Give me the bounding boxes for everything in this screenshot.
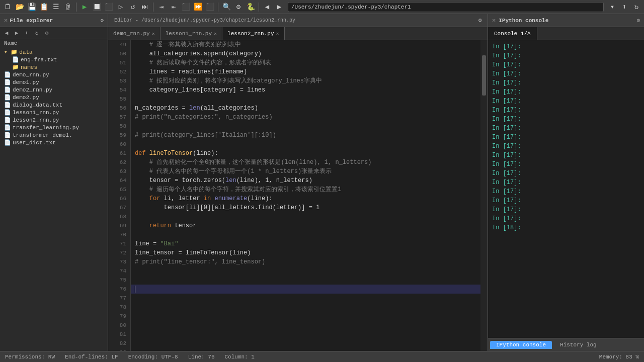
tree-item-demo2[interactable]: 📄 demo2.py <box>0 94 108 101</box>
stop-btn[interactable]: ⬛ <box>103 2 114 13</box>
line-num-63: 63 <box>108 167 130 176</box>
footer-tab-history[interactable]: History log <box>554 341 603 349</box>
back-btn[interactable]: ◀ <box>262 2 273 13</box>
code-line-62: # 首先初始化一个全0的张量，这个张量的形状是(len(line), 1, n_… <box>131 158 480 167</box>
tree-label-demo2: demo2.py <box>13 95 39 101</box>
line-num-58: 58 <box>108 122 130 131</box>
console-panel: ✕ IPython console ⚙ Console 1/A In [17]:… <box>488 14 644 351</box>
path-refresh-btn[interactable]: ↻ <box>631 2 642 13</box>
editor-settings-btn[interactable]: ⚙ <box>474 15 486 26</box>
console-title: IPython console <box>499 18 548 24</box>
sep2 <box>153 3 153 12</box>
tab-lesson2-rnn[interactable]: lesson2_rnn.py ✕ <box>222 27 284 40</box>
sep1 <box>76 3 76 12</box>
tree-item-transfer-learning[interactable]: 📄 transfer_learning.py <box>0 124 108 131</box>
code-lines[interactable]: # 逐一将其装入所有类别的列表中 all_categories.append(c… <box>131 40 480 351</box>
tree-item-demo1[interactable]: 📄 demo1.py <box>0 78 108 86</box>
stop2-btn[interactable]: ⬛ <box>204 2 215 13</box>
tab-lesson2-rnn-close[interactable]: ✕ <box>276 31 279 37</box>
new-file-btn[interactable]: 🗒 <box>2 2 13 13</box>
code-area[interactable]: 49 50 51 52 53 54 55 56 57 58 59 60 61 6… <box>108 40 488 351</box>
console-header: ✕ IPython console ⚙ <box>488 14 644 27</box>
line-num-51: 51 <box>108 58 130 67</box>
zoom-btn[interactable]: 🔍 <box>221 2 232 13</box>
path-dropdown-btn[interactable]: ▾ <box>607 2 618 13</box>
scroll-thumb[interactable] <box>482 55 486 96</box>
tree-label-demo2-rnn: demo2_rnn.py <box>13 87 52 93</box>
line-num-74: 74 <box>108 266 130 276</box>
file-transformer-icon: 📄 <box>4 132 11 138</box>
end-btn[interactable]: ⏭ <box>139 2 150 13</box>
explorer-forward-btn[interactable]: ▶ <box>12 29 21 38</box>
unindent-btn[interactable]: ⇤ <box>168 2 179 13</box>
forward-btn[interactable]: ▶ <box>274 2 285 13</box>
comment-btn[interactable]: ⬛ <box>180 2 191 13</box>
save-all-btn[interactable]: 📋 <box>38 2 49 13</box>
tree-item-transformer-demo1[interactable]: 📄 transformer_demo1. <box>0 131 108 139</box>
file-explorer-header: ✕ File explorer ⚙ <box>0 14 108 27</box>
path-up-btn[interactable]: ⬆ <box>619 2 630 13</box>
console-settings-btn[interactable]: ⚙ <box>636 17 640 24</box>
line-num-76: 76 <box>108 285 130 294</box>
prompt-9: In [17]: <box>492 115 640 124</box>
console-close-btn[interactable]: ✕ <box>492 17 496 24</box>
tree-item-lesson1-rnn[interactable]: 📄 lesson1_rnn.py <box>0 109 108 116</box>
code-line-79 <box>131 312 480 321</box>
line-num-60: 60 <box>108 140 130 149</box>
sep3 <box>218 3 218 12</box>
tab-lesson1-rnn[interactable]: lesson1_rnn.py ✕ <box>160 27 222 40</box>
run-btn[interactable]: ▶ <box>79 2 90 13</box>
tree-item-dialog-data[interactable]: 📄 dialog_data.txt <box>0 101 108 109</box>
debug-btn[interactable]: 🔲 <box>91 2 102 13</box>
tab-lesson1-rnn-close[interactable]: ✕ <box>214 31 217 37</box>
tree-item-data[interactable]: ▾ 📁 data <box>0 48 108 56</box>
console-tab-1a[interactable]: Console 1/A <box>488 27 537 40</box>
console-tabs-bar: Console 1/A <box>488 27 644 40</box>
prompt-10: In [17]: <box>492 124 640 133</box>
file-eng-fra-icon: 📄 <box>12 56 19 63</box>
explorer-options-btn[interactable]: ⚙ <box>100 17 104 24</box>
tab-lesson2-rnn-label: lesson2_rnn.py <box>227 31 274 37</box>
tree-item-lesson2-rnn[interactable]: 📄 lesson2_rnn.py <box>0 116 108 124</box>
line-num-53: 53 <box>108 76 130 85</box>
save-btn[interactable]: 💾 <box>26 2 37 13</box>
line-num-80: 80 <box>108 321 130 330</box>
indent-btn[interactable]: ⇥ <box>156 2 167 13</box>
at-btn[interactable]: @ <box>62 2 73 13</box>
code-line-73: # print("line_tensor:", line_tensor) <box>131 257 480 266</box>
run-all-btn[interactable]: ⏩ <box>192 2 203 13</box>
editor-right-scrollbar[interactable] <box>480 40 488 351</box>
tree-item-demo-rnn[interactable]: 📄 demo_rnn.py <box>0 71 108 78</box>
explorer-back-btn[interactable]: ◀ <box>2 29 11 38</box>
line-num-77: 77 <box>108 294 130 303</box>
tree-item-user-dict[interactable]: 📄 user_dict.txt <box>0 139 108 146</box>
editor-tabs: demo_rnn.py ✕ lesson1_rnn.py ✕ lesson2_r… <box>108 27 488 40</box>
tab-demo-rnn-close[interactable]: ✕ <box>152 31 155 37</box>
tree-item-demo2-rnn[interactable]: 📄 demo2_rnn.py <box>0 86 108 94</box>
line-num-64: 64 <box>108 176 130 185</box>
prompt-4: In [17]: <box>492 69 640 78</box>
tree-item-eng-fra[interactable]: 📄 eng-fra.txt <box>0 56 108 63</box>
footer-tab-ipython[interactable]: IPython console <box>490 341 552 349</box>
console-footer: IPython console History log <box>488 338 644 351</box>
file-demo2-rnn-icon: 📄 <box>4 86 11 93</box>
outline-btn[interactable]: ☰ <box>50 2 61 13</box>
code-line-55 <box>131 95 480 104</box>
run-cell-btn[interactable]: ▷ <box>115 2 126 13</box>
code-line-80 <box>131 321 480 330</box>
restart-btn[interactable]: ↺ <box>127 2 138 13</box>
tab-demo-rnn[interactable]: demo_rnn.py ✕ <box>108 27 160 40</box>
python-btn[interactable]: 🐍 <box>245 2 256 13</box>
console-content[interactable]: In [17]: In [17]: In [17]: In [17]: In [… <box>488 40 644 338</box>
tree-label-lesson1-rnn: lesson1_rnn.py <box>13 110 59 116</box>
prompt-17: In [17]: <box>492 187 640 196</box>
explorer-refresh-btn[interactable]: ↻ <box>32 29 41 38</box>
tree-label-transformer-demo1: transformer_demo1. <box>13 132 72 138</box>
path-bar[interactable]: /Users/zhudejun/.spyder-py3/chapter1 <box>288 2 604 12</box>
settings-btn[interactable]: ⚙ <box>233 2 244 13</box>
open-file-btn[interactable]: 📂 <box>14 2 25 13</box>
explorer-up-btn[interactable]: ⬆ <box>22 29 31 38</box>
explorer-close-btn[interactable]: ✕ <box>4 17 8 24</box>
tree-item-names[interactable]: 📁 names <box>0 63 108 71</box>
explorer-settings2-btn[interactable]: ⚙ <box>42 29 51 38</box>
